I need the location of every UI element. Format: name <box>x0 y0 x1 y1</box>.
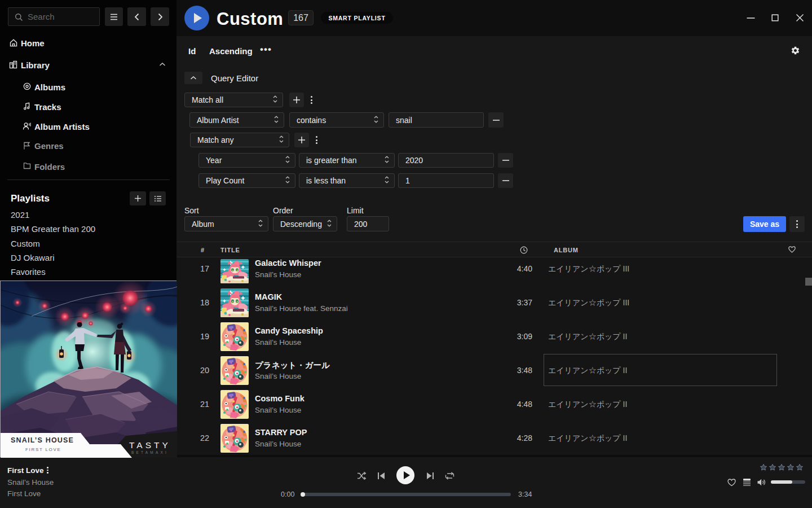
svg-text:BETAMAXI: BETAMAXI <box>131 450 169 454</box>
svg-text:FIRST LOVE: FIRST LOVE <box>25 447 61 452</box>
svg-text:TASTY: TASTY <box>129 440 171 450</box>
svg-text:SNAIL’S HOUSE: SNAIL’S HOUSE <box>11 436 74 444</box>
